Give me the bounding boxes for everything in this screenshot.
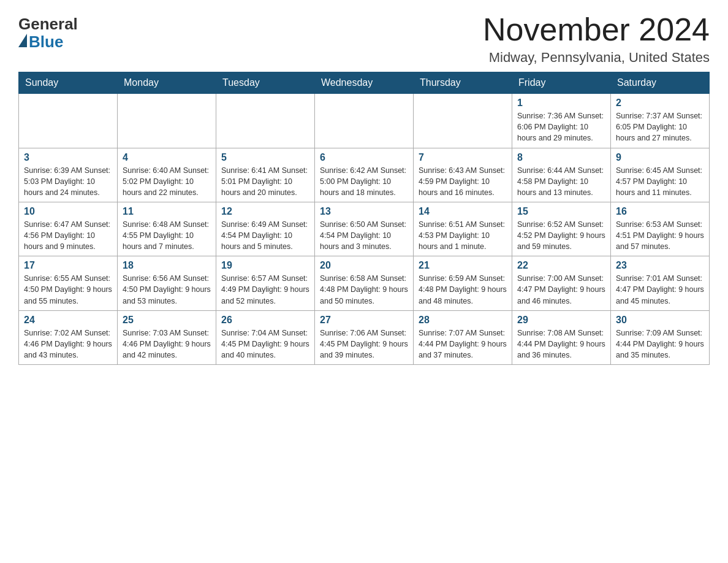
calendar-cell: 10Sunrise: 6:47 AM Sunset: 4:56 PM Dayli…	[19, 202, 118, 256]
day-info: Sunrise: 7:08 AM Sunset: 4:44 PM Dayligh…	[517, 327, 605, 361]
calendar-cell: 20Sunrise: 6:58 AM Sunset: 4:48 PM Dayli…	[315, 256, 414, 310]
day-info: Sunrise: 6:53 AM Sunset: 4:51 PM Dayligh…	[616, 219, 704, 252]
day-info: Sunrise: 6:55 AM Sunset: 4:50 PM Dayligh…	[24, 273, 112, 306]
calendar-cell: 28Sunrise: 7:07 AM Sunset: 4:44 PM Dayli…	[414, 310, 512, 364]
day-info: Sunrise: 6:48 AM Sunset: 4:55 PM Dayligh…	[123, 219, 211, 252]
weekday-header-friday: Friday	[512, 72, 611, 94]
day-info: Sunrise: 6:45 AM Sunset: 4:57 PM Dayligh…	[616, 165, 704, 198]
day-info: Sunrise: 6:47 AM Sunset: 4:56 PM Dayligh…	[24, 219, 112, 252]
day-info: Sunrise: 6:44 AM Sunset: 4:58 PM Dayligh…	[517, 165, 605, 198]
calendar-cell: 27Sunrise: 7:06 AM Sunset: 4:45 PM Dayli…	[315, 310, 414, 364]
day-number: 22	[517, 260, 605, 271]
calendar-cell: 17Sunrise: 6:55 AM Sunset: 4:50 PM Dayli…	[19, 256, 118, 310]
calendar-row-0: 1Sunrise: 7:36 AM Sunset: 6:06 PM Daylig…	[19, 94, 710, 148]
month-title: November 2024	[483, 12, 710, 47]
logo-blue-row: Blue	[18, 33, 63, 51]
day-number: 23	[616, 260, 704, 271]
title-area: November 2024 Midway, Pennsylvania, Unit…	[483, 12, 710, 66]
calendar-cell: 11Sunrise: 6:48 AM Sunset: 4:55 PM Dayli…	[118, 202, 216, 256]
day-number: 24	[24, 315, 112, 326]
day-info: Sunrise: 6:43 AM Sunset: 4:59 PM Dayligh…	[419, 165, 507, 198]
calendar-cell: 30Sunrise: 7:09 AM Sunset: 4:44 PM Dayli…	[611, 310, 710, 364]
calendar-cell: 6Sunrise: 6:42 AM Sunset: 5:00 PM Daylig…	[315, 148, 414, 202]
day-info: Sunrise: 6:42 AM Sunset: 5:00 PM Dayligh…	[320, 165, 408, 198]
logo-blue-text: Blue	[29, 33, 63, 51]
day-number: 1	[517, 98, 605, 109]
calendar-cell	[118, 94, 216, 148]
calendar-row-2: 10Sunrise: 6:47 AM Sunset: 4:56 PM Dayli…	[19, 202, 710, 256]
day-number: 29	[517, 315, 605, 326]
weekday-header-wednesday: Wednesday	[315, 72, 414, 94]
day-number: 6	[320, 152, 408, 163]
day-number: 18	[123, 260, 211, 271]
weekday-header-thursday: Thursday	[414, 72, 512, 94]
day-number: 28	[419, 315, 507, 326]
weekday-header-tuesday: Tuesday	[216, 72, 315, 94]
calendar-cell	[216, 94, 315, 148]
weekday-header-row: SundayMondayTuesdayWednesdayThursdayFrid…	[19, 72, 710, 94]
calendar-cell: 21Sunrise: 6:59 AM Sunset: 4:48 PM Dayli…	[414, 256, 512, 310]
day-number: 5	[221, 152, 309, 163]
day-info: Sunrise: 7:06 AM Sunset: 4:45 PM Dayligh…	[320, 327, 408, 361]
day-number: 4	[123, 152, 211, 163]
calendar-cell: 23Sunrise: 7:01 AM Sunset: 4:47 PM Dayli…	[611, 256, 710, 310]
day-info: Sunrise: 6:40 AM Sunset: 5:02 PM Dayligh…	[123, 165, 211, 198]
logo-triangle-icon	[18, 34, 27, 47]
calendar-cell: 24Sunrise: 7:02 AM Sunset: 4:46 PM Dayli…	[19, 310, 118, 364]
logo: General Blue	[18, 12, 78, 50]
day-number: 12	[221, 206, 309, 217]
day-info: Sunrise: 7:36 AM Sunset: 6:06 PM Dayligh…	[517, 110, 605, 144]
calendar-cell	[19, 94, 118, 148]
calendar-cell: 13Sunrise: 6:50 AM Sunset: 4:54 PM Dayli…	[315, 202, 414, 256]
day-info: Sunrise: 7:07 AM Sunset: 4:44 PM Dayligh…	[419, 327, 507, 361]
calendar-table: SundayMondayTuesdayWednesdayThursdayFrid…	[18, 72, 710, 365]
day-info: Sunrise: 7:04 AM Sunset: 4:45 PM Dayligh…	[221, 327, 309, 361]
day-number: 30	[616, 315, 704, 326]
calendar-cell	[315, 94, 414, 148]
day-info: Sunrise: 6:51 AM Sunset: 4:53 PM Dayligh…	[419, 219, 507, 252]
calendar-cell: 15Sunrise: 6:52 AM Sunset: 4:52 PM Dayli…	[512, 202, 611, 256]
day-info: Sunrise: 6:56 AM Sunset: 4:50 PM Dayligh…	[123, 273, 211, 306]
calendar-cell	[414, 94, 512, 148]
calendar-cell: 4Sunrise: 6:40 AM Sunset: 5:02 PM Daylig…	[118, 148, 216, 202]
day-info: Sunrise: 6:50 AM Sunset: 4:54 PM Dayligh…	[320, 219, 408, 252]
day-number: 8	[517, 152, 605, 163]
calendar-cell: 22Sunrise: 7:00 AM Sunset: 4:47 PM Dayli…	[512, 256, 611, 310]
day-info: Sunrise: 6:49 AM Sunset: 4:54 PM Dayligh…	[221, 219, 309, 252]
day-number: 13	[320, 206, 408, 217]
calendar-row-1: 3Sunrise: 6:39 AM Sunset: 5:03 PM Daylig…	[19, 148, 710, 202]
location-title: Midway, Pennsylvania, United States	[483, 50, 710, 66]
calendar-cell: 12Sunrise: 6:49 AM Sunset: 4:54 PM Dayli…	[216, 202, 315, 256]
calendar-cell: 1Sunrise: 7:36 AM Sunset: 6:06 PM Daylig…	[512, 94, 611, 148]
calendar-cell: 18Sunrise: 6:56 AM Sunset: 4:50 PM Dayli…	[118, 256, 216, 310]
calendar-cell: 7Sunrise: 6:43 AM Sunset: 4:59 PM Daylig…	[414, 148, 512, 202]
calendar-cell: 3Sunrise: 6:39 AM Sunset: 5:03 PM Daylig…	[19, 148, 118, 202]
day-info: Sunrise: 7:00 AM Sunset: 4:47 PM Dayligh…	[517, 273, 605, 306]
day-number: 25	[123, 315, 211, 326]
weekday-header-sunday: Sunday	[19, 72, 118, 94]
calendar-cell: 19Sunrise: 6:57 AM Sunset: 4:49 PM Dayli…	[216, 256, 315, 310]
day-info: Sunrise: 6:57 AM Sunset: 4:49 PM Dayligh…	[221, 273, 309, 306]
day-number: 3	[24, 152, 112, 163]
header: General Blue November 2024 Midway, Penns…	[18, 12, 710, 66]
weekday-header-saturday: Saturday	[611, 72, 710, 94]
calendar-cell: 26Sunrise: 7:04 AM Sunset: 4:45 PM Dayli…	[216, 310, 315, 364]
day-number: 19	[221, 260, 309, 271]
calendar-cell: 16Sunrise: 6:53 AM Sunset: 4:51 PM Dayli…	[611, 202, 710, 256]
calendar-cell: 25Sunrise: 7:03 AM Sunset: 4:46 PM Dayli…	[118, 310, 216, 364]
day-info: Sunrise: 6:39 AM Sunset: 5:03 PM Dayligh…	[24, 165, 112, 198]
calendar-cell: 8Sunrise: 6:44 AM Sunset: 4:58 PM Daylig…	[512, 148, 611, 202]
calendar-cell: 9Sunrise: 6:45 AM Sunset: 4:57 PM Daylig…	[611, 148, 710, 202]
day-number: 14	[419, 206, 507, 217]
day-number: 26	[221, 315, 309, 326]
calendar-row-3: 17Sunrise: 6:55 AM Sunset: 4:50 PM Dayli…	[19, 256, 710, 310]
day-info: Sunrise: 6:41 AM Sunset: 5:01 PM Dayligh…	[221, 165, 309, 198]
day-info: Sunrise: 7:02 AM Sunset: 4:46 PM Dayligh…	[24, 327, 112, 361]
calendar-cell: 5Sunrise: 6:41 AM Sunset: 5:01 PM Daylig…	[216, 148, 315, 202]
day-number: 27	[320, 315, 408, 326]
calendar-cell: 2Sunrise: 7:37 AM Sunset: 6:05 PM Daylig…	[611, 94, 710, 148]
day-info: Sunrise: 7:01 AM Sunset: 4:47 PM Dayligh…	[616, 273, 704, 306]
day-number: 10	[24, 206, 112, 217]
day-number: 9	[616, 152, 704, 163]
day-info: Sunrise: 6:52 AM Sunset: 4:52 PM Dayligh…	[517, 219, 605, 252]
